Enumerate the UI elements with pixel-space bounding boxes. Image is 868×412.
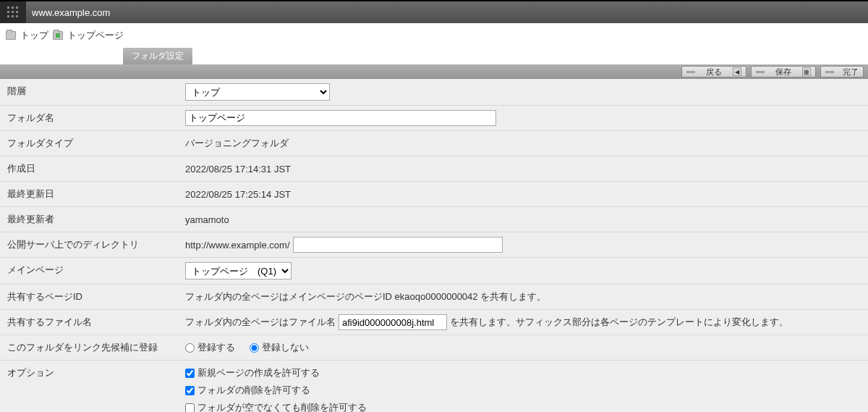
opt-allow-new-page-checkbox[interactable] — [185, 369, 195, 378]
dash-icon — [825, 71, 834, 73]
dash-icon — [686, 71, 695, 73]
register-yes-radio[interactable] — [185, 343, 195, 353]
opt-delete-nonempty-label: フォルダが空でなくても削除を許可する — [197, 401, 367, 412]
breadcrumb-item[interactable]: トップページ — [67, 29, 124, 42]
label-register: このフォルダをリンク先候補に登録 — [0, 335, 181, 360]
tab-folder-settings[interactable]: フォルダ設定 — [123, 48, 192, 64]
opt-delete-nonempty-checkbox[interactable] — [185, 403, 195, 413]
folder-icon — [53, 31, 63, 40]
label-folder-name: フォルダ名 — [0, 106, 181, 130]
register-no-label: 登録しない — [262, 341, 309, 354]
window-titlebar: www.example.com — [0, 0, 868, 23]
value-updated: 2022/08/25 17:25:14 JST — [181, 182, 868, 206]
label-updater: 最終更新者 — [0, 207, 181, 232]
folder-name-input[interactable] — [185, 110, 496, 126]
register-no-radio[interactable] — [250, 343, 259, 353]
app-icon — [0, 1, 26, 23]
save-button[interactable]: 保存 ▦ — [751, 66, 816, 77]
shared-file-suffix: を共有します。サフィックス部分は各ページのテンプレートにより変化します。 — [450, 316, 788, 329]
arrow-left-icon: ◀ — [733, 67, 741, 76]
svg-rect-8 — [16, 15, 18, 17]
register-yes-label: 登録する — [197, 341, 235, 354]
value-created: 2022/08/25 17:14:31 JST — [181, 156, 868, 181]
opt-allow-delete-checkbox[interactable] — [185, 386, 195, 395]
label-options: オプション — [0, 361, 181, 412]
svg-rect-4 — [12, 11, 14, 13]
svg-rect-5 — [16, 11, 18, 13]
opt-allow-new-page-label: 新規ページの作成を許可する — [197, 366, 320, 379]
svg-rect-2 — [16, 7, 18, 9]
breadcrumb-item[interactable]: トップ — [20, 29, 48, 42]
svg-rect-1 — [12, 7, 14, 9]
folder-icon — [6, 31, 16, 40]
label-folder-type: フォルダタイプ — [0, 131, 181, 156]
directory-input[interactable] — [293, 237, 503, 253]
label-directory: 公開サーバ上でのディレクトリ — [0, 232, 181, 257]
save-icon: ▦ — [802, 67, 811, 76]
directory-prefix: http://www.example.com/ — [185, 240, 290, 251]
hierarchy-select[interactable]: トップ — [185, 83, 330, 101]
value-shared-id: フォルダ内の全ページはメインページのページID ekaoqo0000000042… — [181, 285, 868, 309]
value-folder-type: バージョニングフォルダ — [181, 131, 868, 156]
dash-icon — [756, 71, 765, 73]
label-shared-file: 共有するファイル名 — [0, 310, 181, 335]
value-updater: yamamoto — [181, 207, 868, 232]
tabs-row: フォルダ設定 — [0, 48, 868, 64]
back-button[interactable]: 戻る ◀ — [681, 66, 746, 77]
label-main-page: メインページ — [0, 258, 181, 284]
svg-rect-0 — [7, 7, 9, 9]
opt-allow-delete-label: フォルダの削除を許可する — [197, 384, 310, 397]
shared-file-input[interactable] — [339, 314, 447, 330]
shared-file-prefix: フォルダ内の全ページはファイル名 — [185, 316, 336, 329]
label-created: 作成日 — [0, 156, 181, 181]
main-page-select[interactable]: トップページ (Q1) — [185, 262, 292, 279]
svg-rect-7 — [12, 15, 14, 17]
form-body: 階層 トップ フォルダ名 フォルダタイプ バージョニングフォルダ 作成日 202… — [0, 79, 868, 412]
label-updated: 最終更新日 — [0, 182, 181, 206]
breadcrumb: トップ トップページ — [0, 23, 868, 48]
window-title: www.example.com — [29, 7, 110, 18]
label-shared-id: 共有するページID — [0, 285, 181, 309]
label-hierarchy: 階層 — [0, 79, 181, 105]
done-button[interactable]: 完了 — [820, 66, 864, 77]
action-toolbar: 戻る ◀ 保存 ▦ 完了 — [0, 64, 868, 79]
svg-rect-3 — [7, 11, 9, 13]
svg-rect-6 — [7, 15, 9, 17]
